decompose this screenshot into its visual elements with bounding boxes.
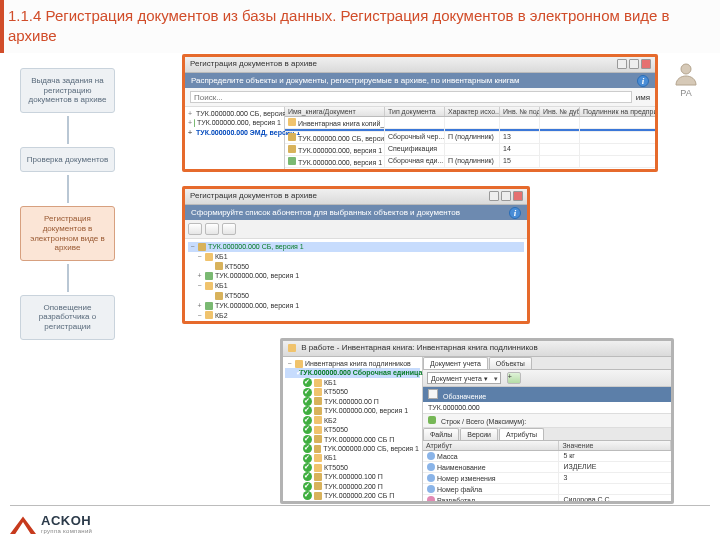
tree-item[interactable]: КТ5050 [188,320,524,324]
col-attribute: Атрибут [423,441,559,450]
close-button[interactable] [641,59,651,69]
person-icon [673,60,699,86]
plus-icon[interactable] [428,416,436,424]
tab-doc-ucheta[interactable]: Документ учета [423,357,488,369]
toolbar-button[interactable] [205,223,219,235]
tree-item[interactable]: +ТУК.000000.000 СБ, версия 1 [187,109,282,118]
table-row[interactable]: ТУК.000000.000, версия 1Сборочная еди...… [285,156,658,168]
window-title: Регистрация документов в архиве [190,59,317,68]
minimize-button[interactable] [489,191,499,201]
svg-point-0 [681,64,691,74]
maximize-button[interactable] [629,59,639,69]
step-1: Выдача задания на регистрацию документов… [20,68,115,113]
column-header[interactable]: Инв. № подл. [500,107,540,116]
properties-list[interactable]: Масса5 кгНаименованиеИЗДЕЛИЕНомер измене… [423,451,671,504]
col-value: Значение [559,441,671,450]
property-row[interactable]: Номер файла [423,484,671,495]
tree-item[interactable]: +ТУК.000000.000, версия 1 [188,301,524,311]
properties-panel: Документ учета Объекты Документ учета ▾ … [423,357,671,501]
footer: ACKOH группа компаний [10,512,92,534]
property-row[interactable]: Масса5 кг [423,451,671,462]
info-icon[interactable]: i [637,75,649,87]
tree-item[interactable]: +ТУК.000000.000, версия 1 [187,118,282,127]
window-title: В работе - Инвентарная книга: Инвентарна… [301,343,537,352]
tree-root[interactable]: −Инвентарная книга подлинников [285,359,420,368]
right-grid-pane[interactable]: Имя_книга/ДокументТип документаХарактер … [285,107,658,172]
tree-item[interactable]: −КБ2 [188,311,524,321]
desc-value-row: ТУК.000000.000 [423,402,671,414]
role-label: РА [666,88,706,98]
search-field-dd[interactable]: имя [636,93,650,102]
tab-files[interactable]: Файлы [423,428,459,440]
ascon-logo-icon [10,512,36,534]
banner-text: Распределите объекты и документы, регист… [191,76,519,85]
step-4: Оповещение разработчика о регистрации [20,295,115,340]
tree-item[interactable]: −КБ1 [188,281,524,291]
tree-item[interactable]: КТ5050 [188,291,524,301]
window-register-2: Регистрация документов в архиве Сформиру… [182,186,530,324]
desc-header: Обозначение [423,387,671,402]
toolbar-button[interactable] [222,223,236,235]
grid-body[interactable]: Инвентарная книга копий_цех 1ТУК.000000.… [285,117,658,168]
tree-item[interactable]: ТУК.000000.200 ЭМД П [285,501,420,504]
abonent-tree[interactable]: −ТУК.000000.000 СБ, версия 1−КБ1КТ5050+Т… [185,239,527,324]
rows-count: Строк / Всего (Максимум): [423,414,671,428]
step-3-active: Регистрация документов в электронном вид… [20,206,115,260]
window-titlebar[interactable]: Регистрация документов в архиве [185,57,655,73]
tree-item[interactable]: −КБ1 [188,252,524,262]
add-button[interactable]: + [507,372,521,384]
tab-attributes[interactable]: Атрибуты [499,428,544,440]
table-row[interactable]: ТУК.000000.000 СБ, версия 1Сборочный чер… [285,132,658,144]
column-header[interactable]: Инв. № дубл. [540,107,580,116]
process-steps: Выдача задания на регистрацию документов… [20,68,115,340]
company-name: ACKOH [41,513,92,528]
inventory-tree[interactable]: −Инвентарная книга подлинниковТУК.000000… [283,357,423,501]
desc-label: Обозначение [443,393,486,400]
footer-divider [10,505,710,506]
property-row[interactable]: Номер изменения3 [423,473,671,484]
table-row[interactable]: Инвентарная книга копий_цех 1 [285,117,658,129]
tree-item[interactable]: +ТУК.000000.000, версия 1 [188,271,524,281]
instruction-banner: Распределите объекты и документы, регист… [185,73,655,88]
book-icon [288,344,296,352]
company-tagline: группа компаний [41,528,92,534]
step-2: Проверка документов [20,147,115,173]
tab-objects[interactable]: Объекты [489,357,532,369]
connector [67,116,69,144]
banner-text: Сформируйте список абонентов для выбранн… [191,208,460,217]
column-header[interactable]: Тип документа [385,107,445,116]
prop-header: Атрибут Значение [423,441,671,451]
toolbar-button[interactable] [188,223,202,235]
tree-item[interactable]: +ТУК.000000.000 ЭМД, версия 1 [187,128,282,137]
instruction-banner: Сформируйте список абонентов для выбранн… [185,205,527,220]
column-header[interactable]: Подлинник на предприятии [580,107,658,116]
property-row[interactable]: РазработалСидорова С.С. [423,495,671,504]
window-register-1: Регистрация документов в архиве Распреде… [182,54,658,172]
window-title: Регистрация документов в архиве [190,191,317,200]
page-title: 1.1.4 Регистрация документов из базы дан… [0,0,720,53]
left-tree-pane[interactable]: +ТУК.000000.000 СБ, версия 1+ТУК.000000.… [185,107,285,172]
rows-label: Строк / Всего (Максимум): [441,418,526,425]
close-button[interactable] [513,191,523,201]
tree-item[interactable]: КТ5050 [188,262,524,272]
top-tabs: Документ учета Объекты [423,357,671,370]
info-icon[interactable]: i [509,207,521,219]
tab-versions[interactable]: Версии [460,428,498,440]
connector [67,264,69,292]
window-titlebar[interactable]: В работе - Инвентарная книга: Инвентарна… [283,341,671,357]
column-header[interactable]: Имя_книга/Документ [285,107,385,116]
column-header[interactable]: Характер исхо... [445,107,500,116]
doc-icon [428,389,438,399]
search-input[interactable] [190,91,632,103]
desc-value: ТУК.000000.000 [428,404,480,411]
property-row[interactable]: НаименованиеИЗДЕЛИЕ [423,462,671,473]
table-row[interactable]: ТУК.000000.000, версия 1Спецификация14 [285,144,658,156]
minimize-button[interactable] [617,59,627,69]
window-titlebar[interactable]: Регистрация документов в архиве [185,189,527,205]
doc-type-dropdown[interactable]: Документ учета ▾ [427,372,501,384]
window-inventory-book: В работе - Инвентарная книга: Инвентарна… [280,338,674,504]
maximize-button[interactable] [501,191,511,201]
tree-item-selected[interactable]: −ТУК.000000.000 СБ, версия 1 [188,242,524,252]
search-bar: имя [185,88,655,107]
connector [67,175,69,203]
